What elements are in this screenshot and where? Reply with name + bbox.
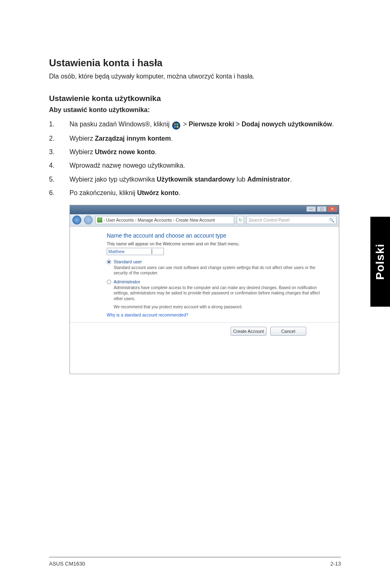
window-titlebar[interactable]: — ▢ ✕ <box>70 205 339 214</box>
account-name-value: Matthew <box>108 249 125 254</box>
breadcrumb-item[interactable]: Manage Accounts <box>138 218 172 222</box>
search-icon: 🔍 <box>329 218 334 223</box>
search-input[interactable]: Search Control Panel 🔍 <box>247 216 336 224</box>
svg-rect-1 <box>177 123 178 125</box>
step-text: Na pasku zadań Windows®, kliknij > Pierw… <box>69 119 341 130</box>
chevron-right-icon: › <box>103 218 105 222</box>
svg-rect-2 <box>174 126 176 128</box>
windows-start-icon <box>172 121 180 130</box>
control-panel-icon <box>97 218 102 222</box>
create-account-window: — ▢ ✕ › User Accounts › Manage Accounts … <box>69 205 339 374</box>
password-recommendation: We recommend that you protect every acco… <box>114 305 323 309</box>
navigation-bar: › User Accounts › Manage Accounts › Crea… <box>70 214 339 227</box>
procedure-steps: 1. Na pasku zadań Windows®, kliknij > Pi… <box>49 119 341 197</box>
dialog-subline: This name will appear on the Welcome scr… <box>107 241 323 246</box>
intro-text: Dla osób, które będą używały komputer, m… <box>49 73 341 80</box>
nav-forward-button[interactable] <box>84 215 93 224</box>
page-title: Ustawienia konta i hasła <box>49 57 341 69</box>
dialog-body: Name the account and choose an account t… <box>70 227 339 374</box>
page-footer: ASUS CM1630 2-13 <box>49 557 341 567</box>
dialog-heading: Name the account and choose an account t… <box>107 232 323 239</box>
footer-right: 2-13 <box>330 561 341 567</box>
create-account-button[interactable]: Create Account <box>231 327 267 336</box>
radio-unselected-icon <box>107 280 111 284</box>
administrator-desc: Administrators have complete access to t… <box>114 285 323 302</box>
section-heading: Ustawienie konta użytkownika <box>49 94 341 103</box>
step-text: Wprowadź nazwę nowego użytkownika. <box>69 161 341 170</box>
step-text: Wybierz Zarządzaj innym kontem. <box>69 134 341 143</box>
step-number: 5. <box>49 175 69 184</box>
svg-rect-3 <box>177 126 178 128</box>
step-text: Wybierz jako typ użytkownika Użytkownik … <box>69 175 341 184</box>
procedure-lead: Aby ustawić konto użytkownika: <box>49 106 341 114</box>
why-standard-link[interactable]: Why is a standard account recommended? <box>107 312 323 317</box>
standard-user-desc: Standard account users can use most soft… <box>114 265 323 276</box>
chevron-right-icon: › <box>135 218 137 222</box>
breadcrumb-item[interactable]: User Accounts <box>106 218 134 222</box>
standard-user-label: Standard user <box>114 259 142 264</box>
step-number: 3. <box>49 147 69 157</box>
svg-rect-0 <box>174 123 176 125</box>
administrator-radio[interactable]: Administrator <box>107 279 323 284</box>
window-close-button[interactable]: ✕ <box>327 206 337 212</box>
radio-selected-icon <box>107 260 111 264</box>
window-minimize-button[interactable]: — <box>306 206 316 212</box>
step-number: 4. <box>49 161 69 170</box>
refresh-button[interactable]: ↻ <box>237 216 244 224</box>
account-name-field[interactable]: Matthew <box>107 248 164 255</box>
breadcrumb[interactable]: › User Accounts › Manage Accounts › Crea… <box>95 216 234 224</box>
window-maximize-button[interactable]: ▢ <box>317 206 327 212</box>
step-number: 2. <box>49 134 69 143</box>
cancel-button[interactable]: Cancel <box>270 327 306 336</box>
search-placeholder: Search Control Panel <box>249 218 289 222</box>
footer-left: ASUS CM1630 <box>49 561 85 567</box>
step-number: 6. <box>49 188 69 197</box>
step-text: Wybierz Utwórz nowe konto. <box>69 147 341 157</box>
breadcrumb-item[interactable]: Create New Account <box>176 218 215 222</box>
nav-back-button[interactable] <box>72 215 81 224</box>
administrator-label: Administrator <box>114 279 140 284</box>
chevron-right-icon: › <box>173 218 175 222</box>
side-language-tab: Polski <box>370 217 390 307</box>
step-number: 1. <box>49 119 69 130</box>
standard-user-radio[interactable]: Standard user <box>107 259 323 264</box>
step-text: Po zakończeniu, kliknij Utwórz konto. <box>69 188 341 197</box>
side-language-label: Polski <box>374 244 387 280</box>
